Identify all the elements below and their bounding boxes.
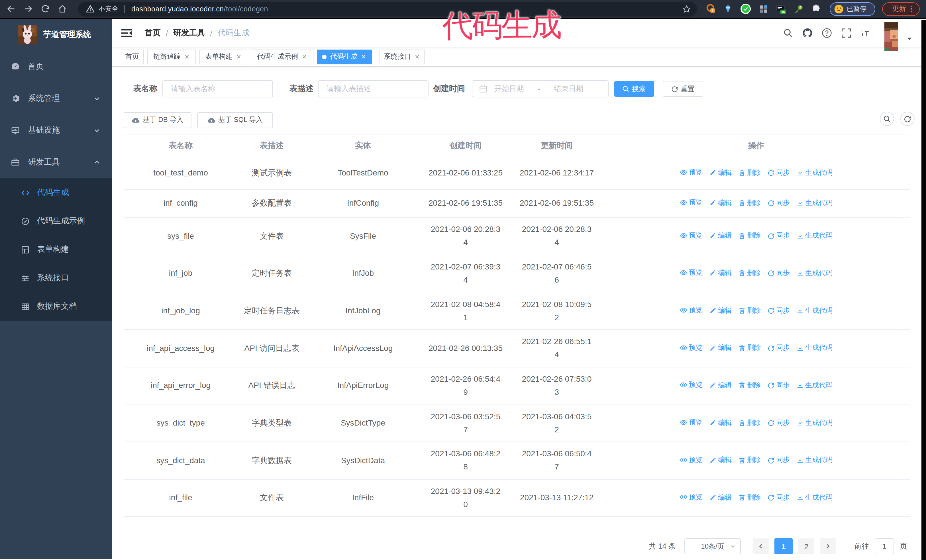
svg-text:T: T [861, 32, 864, 37]
svg-text:1: 1 [712, 9, 714, 13]
svg-text:on: on [781, 10, 785, 13]
svg-text:T: T [864, 30, 869, 38]
